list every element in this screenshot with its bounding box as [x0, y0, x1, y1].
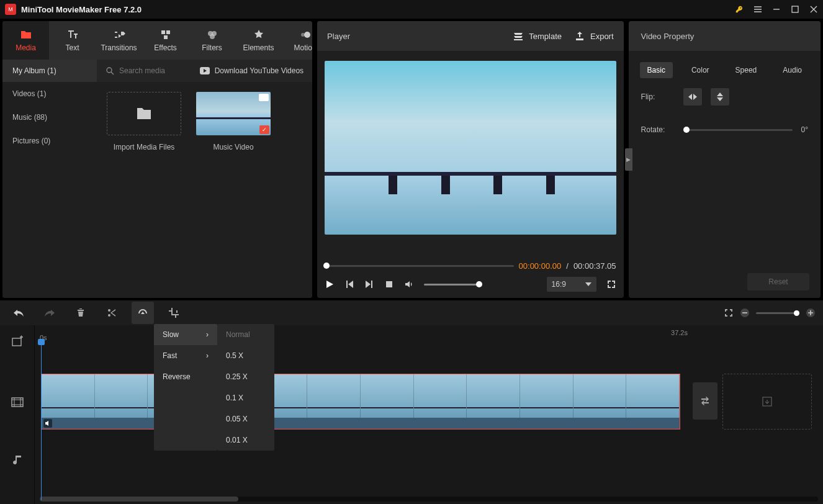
collapse-arrow-icon[interactable]: ▶	[625, 148, 632, 171]
tab-transitions[interactable]: Transitions	[96, 21, 142, 60]
swap-button[interactable]	[693, 382, 717, 420]
tab-motion[interactable]: Motion	[282, 21, 312, 60]
youtube-icon	[200, 67, 210, 74]
preview-canvas	[325, 61, 616, 235]
prev-frame-icon[interactable]	[344, 279, 354, 289]
audio-track-icon[interactable]	[7, 449, 27, 469]
folder-icon	[20, 29, 32, 41]
flip-vertical-button[interactable]	[711, 88, 729, 106]
svg-rect-1	[161, 30, 165, 34]
import-media-button[interactable]	[107, 92, 181, 135]
export-icon	[574, 30, 585, 42]
template-button[interactable]: Template	[513, 30, 562, 42]
add-track-button[interactable]	[7, 331, 27, 351]
svg-rect-14	[12, 338, 21, 346]
svg-point-9	[107, 68, 112, 73]
template-icon	[513, 30, 524, 42]
tab-text[interactable]: Text	[49, 21, 96, 60]
rotate-label: Rotate:	[641, 125, 675, 134]
menu-icon[interactable]	[753, 5, 762, 14]
media-clip-thumbnail[interactable]: ✓	[196, 92, 271, 135]
play-icon[interactable]	[325, 279, 335, 289]
search-input[interactable]	[119, 66, 194, 75]
redo-button[interactable]	[38, 302, 61, 324]
next-frame-icon[interactable]	[364, 279, 374, 289]
delete-button[interactable]	[70, 302, 92, 324]
stop-icon[interactable]	[384, 279, 394, 289]
clip-label: Music Video	[213, 143, 253, 151]
menu-fast[interactable]: Fast›	[154, 345, 217, 366]
close-icon[interactable]	[809, 5, 818, 14]
chevron-down-icon	[585, 282, 591, 286]
split-button[interactable]	[101, 302, 123, 324]
menu-0-05x[interactable]: 0.05 X	[217, 408, 274, 430]
player-scrubber[interactable]	[325, 265, 513, 267]
maximize-icon[interactable]	[791, 5, 799, 14]
menu-normal[interactable]: Normal	[217, 324, 274, 345]
download-youtube-link[interactable]: Download YouTube Videos	[200, 66, 304, 75]
video-clip[interactable]	[41, 374, 680, 430]
speaker-icon[interactable]	[43, 419, 52, 428]
speed-menu: Slow› Fast› Reverse Normal 0.5 X 0.25 X …	[154, 324, 274, 451]
sidebar-item-pictures[interactable]: Pictures (0)	[2, 129, 97, 153]
app-logo-icon: M	[5, 4, 16, 15]
reset-button[interactable]: Reset	[747, 273, 809, 290]
fullscreen-icon[interactable]	[606, 279, 616, 289]
sidebar-item-music[interactable]: Music (88)	[2, 106, 97, 129]
menu-0-01x[interactable]: 0.01 X	[217, 430, 274, 451]
text-icon	[66, 29, 79, 41]
zoom-out-icon[interactable]	[740, 308, 750, 318]
tab-elements[interactable]: Elements	[235, 21, 282, 60]
fit-zoom-icon[interactable]	[724, 308, 734, 318]
menu-0-1x[interactable]: 0.1 X	[217, 387, 274, 408]
timeline-panel: 0s 37.2s	[0, 300, 823, 504]
sidebar-item-album[interactable]: My Album (1)	[2, 60, 97, 82]
prop-tab-speed[interactable]: Speed	[728, 62, 765, 78]
tab-filters[interactable]: Filters	[189, 21, 235, 60]
rotate-slider[interactable]	[683, 129, 793, 131]
video-badge-icon	[259, 94, 269, 101]
menu-slow[interactable]: Slow›	[154, 324, 217, 345]
titlebar: M MiniTool MovieMaker Free 7.2.0	[0, 0, 823, 19]
playhead[interactable]	[41, 339, 42, 500]
audio-waveform	[42, 418, 680, 429]
zoom-in-icon[interactable]	[806, 308, 816, 318]
prop-tab-audio[interactable]: Audio	[775, 62, 809, 78]
video-track-icon[interactable]	[7, 392, 27, 412]
zoom-slider[interactable]	[756, 312, 799, 314]
timeline-tracks[interactable]: 0s 37.2s	[35, 325, 823, 504]
export-button[interactable]: Export	[574, 30, 614, 42]
media-sidebar: My Album (1) Videos (1) Music (88) Pictu…	[2, 60, 97, 298]
filters-icon	[206, 29, 218, 41]
volume-icon[interactable]	[404, 279, 414, 289]
effects-icon	[160, 29, 172, 41]
volume-slider[interactable]	[424, 284, 480, 286]
menu-0-25x[interactable]: 0.25 X	[217, 366, 274, 387]
folder-icon	[136, 107, 152, 120]
tab-effects[interactable]: Effects	[142, 21, 189, 60]
speed-button[interactable]	[132, 302, 154, 324]
property-panel: ▶ Video Property Basic Color Speed Audio…	[629, 21, 821, 298]
player-title: Player	[327, 32, 350, 41]
minimize-icon[interactable]	[772, 5, 781, 14]
tab-media[interactable]: Media	[2, 21, 49, 60]
flip-horizontal-button[interactable]	[683, 88, 702, 106]
property-title: Video Property	[629, 21, 821, 51]
drop-zone[interactable]	[722, 374, 812, 430]
prop-tab-basic[interactable]: Basic	[640, 62, 673, 78]
undo-button[interactable]	[7, 302, 30, 324]
app-title: MiniTool MovieMaker Free 7.2.0	[21, 5, 142, 14]
menu-reverse[interactable]: Reverse	[154, 366, 217, 387]
check-badge-icon: ✓	[259, 125, 269, 134]
sidebar-item-videos[interactable]: Videos (1)	[2, 82, 97, 106]
prop-tab-color[interactable]: Color	[684, 62, 717, 78]
menu-0-5x[interactable]: 0.5 X	[217, 345, 274, 366]
h-scrollbar[interactable]	[40, 497, 818, 502]
key-icon[interactable]	[735, 5, 744, 14]
aspect-dropdown[interactable]: 16:9	[547, 277, 596, 292]
svg-rect-2	[166, 30, 170, 34]
svg-rect-15	[12, 398, 23, 407]
crop-button[interactable]	[163, 302, 185, 324]
media-panel: Media Text Transitions Effects Filters E…	[2, 21, 312, 298]
flip-label: Flip:	[641, 92, 675, 101]
